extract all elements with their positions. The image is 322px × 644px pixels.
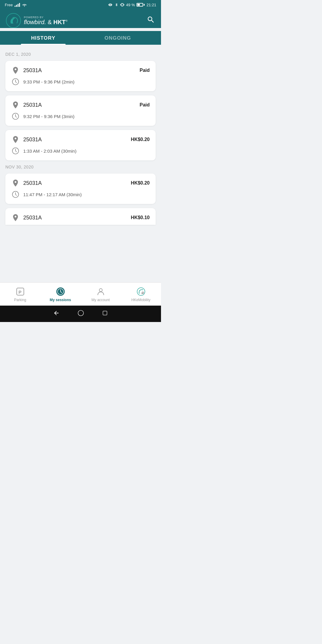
svg-rect-13 — [103, 311, 107, 315]
flowbird-logo-icon — [6, 13, 21, 28]
location-icon — [11, 66, 20, 75]
location-icon — [11, 213, 20, 222]
nav-item-my-sessions[interactable]: My sessions — [40, 286, 80, 303]
nav-item-parking[interactable]: P Parking — [0, 286, 40, 303]
clock-icon — [11, 112, 20, 120]
svg-point-10 — [137, 288, 145, 295]
vibrate-icon — [120, 2, 124, 7]
session-location: 25031A — [23, 215, 42, 221]
session-card[interactable]: 25031A Paid 9:32 PM - 9:36 PM (3min) — [5, 95, 156, 126]
back-icon — [53, 310, 60, 316]
my-sessions-label: My sessions — [50, 298, 71, 302]
carrier-label: Free — [5, 3, 13, 7]
content-area: DEC 1, 2020 25031A Paid 9:33 PM - 9:36 P… — [0, 45, 161, 282]
search-icon — [147, 16, 155, 24]
my-account-label: My account — [92, 298, 110, 302]
status-right: 49 % 21:21 — [108, 2, 156, 7]
logo-text: POWERED BY flowbird. & HKT® — [24, 16, 68, 26]
my-account-icon — [96, 287, 106, 296]
bottom-nav: P Parking My sessions My account — [0, 282, 161, 306]
flowbird-label: flowbird. — [24, 19, 46, 25]
session-location: 25031A — [23, 67, 42, 74]
wifi-icon — [22, 3, 27, 7]
session-status: HK$0.20 — [131, 180, 150, 186]
date-label-dec: DEC 1, 2020 — [5, 52, 156, 57]
tab-history[interactable]: HISTORY — [6, 31, 80, 45]
my-sessions-icon — [56, 287, 65, 296]
time-label: 21:21 — [146, 3, 156, 7]
home-icon — [78, 310, 84, 316]
session-time: 1:33 AM - 2:03 AM (30min) — [23, 148, 76, 154]
logo: POWERED BY flowbird. & HKT® — [6, 13, 68, 28]
svg-text:P: P — [18, 290, 21, 295]
location-icon — [11, 101, 20, 109]
clock-icon — [11, 78, 20, 86]
session-status: Paid — [140, 102, 150, 108]
signal-icon — [15, 3, 20, 7]
clock-icon — [11, 190, 20, 199]
search-button[interactable] — [147, 16, 155, 26]
recent-icon — [102, 310, 108, 316]
app-header: POWERED BY flowbird. & HKT® — [0, 10, 161, 28]
recent-button[interactable] — [102, 310, 108, 318]
svg-point-9 — [99, 289, 102, 292]
date-label-nov: NOV 30, 2020 — [5, 165, 156, 169]
svg-point-12 — [78, 310, 83, 316]
home-button[interactable] — [78, 310, 84, 318]
hke-mobility-label: HKeMobility — [131, 298, 150, 302]
hke-mobility-icon — [136, 287, 146, 296]
session-status: HK$0.10 — [131, 215, 150, 220]
powered-by-label: POWERED BY — [24, 16, 68, 19]
session-location: 25031A — [23, 102, 42, 108]
hkt-label: HKT — [53, 19, 66, 25]
parking-label: Parking — [14, 298, 26, 302]
session-card[interactable]: 25031A HK$0.20 11:47 PM - 12:17 AM (30mi… — [5, 174, 156, 204]
status-bar: Free 49 % 21:21 — [0, 0, 161, 10]
eye-icon — [108, 3, 113, 7]
location-icon — [11, 135, 20, 144]
session-status: Paid — [140, 68, 150, 73]
session-time: 9:32 PM - 9:36 PM (3min) — [23, 114, 75, 119]
back-button[interactable] — [53, 310, 60, 318]
nav-item-my-account[interactable]: My account — [80, 286, 121, 303]
parking-icon: P — [16, 287, 25, 296]
session-location: 25031A — [23, 180, 42, 186]
brand-name-label: flowbird. & HKT® — [24, 19, 68, 26]
session-status: HK$0.20 — [131, 137, 150, 142]
session-card-partial[interactable]: 25031A HK$0.10 — [5, 208, 156, 225]
android-nav-bar — [0, 306, 161, 322]
clock-icon — [11, 147, 20, 155]
battery-percent: 49 % — [126, 3, 135, 7]
battery-icon — [137, 3, 145, 7]
session-time: 9:33 PM - 9:36 PM (2min) — [23, 79, 75, 84]
session-card[interactable]: 25031A HK$0.20 1:33 AM - 2:03 AM (30min) — [5, 130, 156, 160]
location-icon — [11, 179, 20, 187]
status-left: Free — [5, 3, 27, 7]
bluetooth-icon — [115, 2, 118, 7]
tab-ongoing[interactable]: ONGOING — [80, 31, 155, 45]
session-card[interactable]: 25031A Paid 9:33 PM - 9:36 PM (2min) — [5, 61, 156, 91]
nav-item-hke-mobility[interactable]: HKeMobility — [121, 286, 161, 303]
svg-point-0 — [6, 13, 21, 28]
tab-bar: HISTORY ONGOING — [0, 31, 161, 45]
session-time: 11:47 PM - 12:17 AM (30min) — [23, 192, 82, 197]
session-location: 25031A — [23, 137, 42, 143]
